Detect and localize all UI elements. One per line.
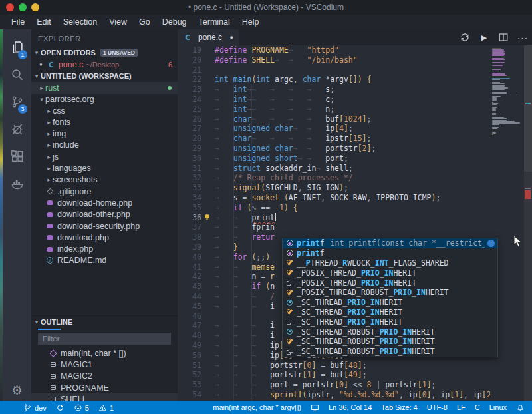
code-line-36[interactable]: 36→ → print xyxy=(178,213,532,223)
code-line-54[interactable]: 54→ → → sprintf(ipstr, "%d.%d.%d.%d", ip… xyxy=(178,390,532,400)
status-item-ln-36-col-14[interactable]: Ln 36, Col 14 xyxy=(324,403,376,411)
tree-folder-fonts[interactable]: ▸fonts xyxy=(31,116,178,128)
tree-file--gitignore[interactable]: .gitignore xyxy=(31,186,178,197)
tree-folder-js[interactable]: ▸js xyxy=(31,151,178,162)
status-item[interactable] xyxy=(511,403,529,412)
split-editor-icon[interactable] xyxy=(498,32,509,43)
outline-item-main-int-char-[interactable]: main(int, char * []) xyxy=(31,347,178,359)
menu-item-edit[interactable]: Edit xyxy=(31,16,57,28)
tree-file-readme-md[interactable]: iREADME.md xyxy=(31,255,178,266)
menu-item-terminal[interactable]: Terminal xyxy=(193,16,236,28)
activity-item-source-control[interactable]: 3 xyxy=(3,89,31,116)
tree-file-download-other-php[interactable]: download-other.php xyxy=(31,209,178,220)
code-line-31[interactable]: 31→ struct sockaddr_in→ shell; xyxy=(178,164,532,174)
code-line-34[interactable]: 34→ s = socket (AF_INET, SOCK_RAW, IPPRO… xyxy=(178,193,532,203)
status-item[interactable] xyxy=(51,403,69,412)
tree-file-download-php[interactable]: download.php xyxy=(31,232,178,243)
menu-item-help[interactable]: Help xyxy=(236,16,265,28)
outline-header[interactable]: ▾ OUTLINE xyxy=(31,316,178,328)
menu-item-file[interactable]: File xyxy=(5,16,31,28)
code-line-21[interactable]: 21 xyxy=(178,65,532,75)
workspace-header[interactable]: ▾ UNTITLED (WORKSPACE) xyxy=(31,70,178,82)
scrollbar-overview-ruler[interactable] xyxy=(524,45,532,401)
menu-item-view[interactable]: View xyxy=(103,16,133,28)
status-item-tab-size-4[interactable]: Tab Size: 4 xyxy=(376,403,422,411)
code-line-27[interactable]: 27→ unsigned char→ → ip[4]; xyxy=(178,124,532,134)
status-item-5[interactable]: 5 xyxy=(69,403,94,412)
code-line-20[interactable]: 20#define SHELL→ → "/bin/bash" xyxy=(178,55,532,65)
line-number: 44 xyxy=(178,292,215,302)
status-item[interactable] xyxy=(306,403,324,412)
open-editors-header[interactable]: ▾ OPEN EDITORS 1 UNSAVED xyxy=(31,47,178,59)
suggestion-item-7[interactable]: _SC_THREAD_PRIO_INHERIT xyxy=(283,308,497,317)
activity-item-search[interactable] xyxy=(3,62,31,89)
tree-file-index-php[interactable]: index.php xyxy=(31,243,178,254)
activity-item-docker[interactable] xyxy=(3,171,31,198)
suggestion-item-1[interactable]: printf xyxy=(283,248,497,258)
suggestion-item-3[interactable]: _POSIX_THREAD_PRIO_INHERIT xyxy=(283,268,497,278)
tree-folder-img[interactable]: ▸img xyxy=(31,128,178,139)
outline-filter-input[interactable] xyxy=(38,333,171,345)
menu-item-selection[interactable]: Selection xyxy=(57,16,103,28)
open-editor-item[interactable]: ●Cpone.c ~/Desktop6 xyxy=(31,59,178,70)
status-item-dev[interactable]: dev xyxy=(19,403,51,412)
suggestion-item-9[interactable]: _SC_THREAD_ROBUST_PRIO_INHERIT xyxy=(283,327,497,337)
code-line-22[interactable]: 22int main(int argc, char *argv[]) { xyxy=(178,75,532,85)
code-line-23[interactable]: 23→ int→→ → → → s; xyxy=(178,85,532,95)
activity-item-extensions[interactable] xyxy=(3,144,31,171)
status-item-main-int-argc-char-argv[interactable]: main(int argc, char * argv[]) xyxy=(208,403,306,411)
more-actions-icon[interactable]: ··· xyxy=(517,32,528,43)
tree-file-download-home-php[interactable]: download-home.php xyxy=(31,197,178,208)
code-line-53[interactable]: 53→ → → port = portstr[0] << 8 | portstr… xyxy=(178,380,532,390)
diagnostic-mark xyxy=(525,190,531,199)
code-line-25[interactable]: 25→ int→→ → → → n; xyxy=(178,104,532,114)
suggestion-item-6[interactable]: _SC_THREAD_PRIO_INHERIT xyxy=(283,298,497,308)
suggestion-item-10[interactable]: _SC_THREAD_ROBUST_PRIO_INHERIT xyxy=(283,337,497,347)
suggestion-item-11[interactable]: _SC_THREAD_ROBUST_PRIO_INHERIT xyxy=(283,347,497,357)
tree-folder-languages[interactable]: ▸languages xyxy=(31,162,178,174)
code-line-51[interactable]: 51→ → → portstr[0] = buf[48]; xyxy=(178,361,532,371)
tab-pone-c[interactable]: C pone.c ● xyxy=(178,29,239,45)
outline-item-shell[interactable]: SHELL xyxy=(31,393,178,401)
status-item-1[interactable]: 1 xyxy=(94,403,118,412)
manage-button[interactable]: ⚙ xyxy=(3,383,31,397)
tree-folder-screenshots[interactable]: ▸screenshots xyxy=(31,174,178,186)
code-line-30[interactable]: 30→ unsigned short→ → port; xyxy=(178,154,532,164)
tree-file-download-security-php[interactable]: download-security.php xyxy=(31,220,178,232)
run-icon[interactable]: ▶ xyxy=(479,32,489,43)
activity-item-explorer[interactable]: 1 xyxy=(3,35,31,62)
tree-folder-include[interactable]: ▸include xyxy=(31,140,178,151)
status-item-c[interactable]: C xyxy=(470,403,485,411)
code-line-33[interactable]: 33→ signal(SIGCHLD, SIG_IGN); xyxy=(178,183,532,193)
suggestion-item-0[interactable]: printfint printf(const char *__restrict_… xyxy=(283,238,497,248)
tree-folder-rust[interactable]: ▸rust xyxy=(31,82,178,93)
open-changes-icon[interactable] xyxy=(460,32,470,43)
outline-item-progname[interactable]: PROGNAME xyxy=(31,382,178,393)
code-line-32[interactable]: 32→ /* Reap child processes */ xyxy=(178,173,532,183)
code-line-19[interactable]: 19#define PROGNAME→ "httpd" xyxy=(178,45,532,55)
error-count-badge: 6 xyxy=(168,61,172,69)
suggestion-item-8[interactable]: _SC_THREAD_PRIO_INHERIT xyxy=(283,317,497,327)
code-line-52[interactable]: 52→ → → portstr[1] = buf[49]; xyxy=(178,370,532,380)
info-icon[interactable] xyxy=(487,240,495,247)
code-line-29[interactable]: 29→ unsigned char→ → portstr[2]; xyxy=(178,144,532,154)
tree-folder-parrotsec-org[interactable]: ▾parrotsec.org xyxy=(31,94,178,105)
code-line-35[interactable]: 35→ if (s == -1) { xyxy=(178,203,532,213)
code-line-24[interactable]: 24→ int→→ → → → c; xyxy=(178,95,532,104)
lightbulb-icon[interactable] xyxy=(203,213,211,222)
status-item-linux[interactable]: Linux xyxy=(485,403,511,411)
code-line-37[interactable]: 37→ → fprin xyxy=(178,222,532,232)
code-line-28[interactable]: 28→ char→ → → → ipstr[15]; xyxy=(178,134,532,144)
tree-folder-css[interactable]: ▸css xyxy=(31,105,178,116)
menu-item-debug[interactable]: Debug xyxy=(156,16,193,28)
suggestion-item-4[interactable]: _POSIX_THREAD_PRIO_INHERIT xyxy=(283,278,497,288)
outline-item-magic1[interactable]: MAGIC1 xyxy=(31,359,178,370)
status-item-utf-8[interactable]: UTF-8 xyxy=(422,403,452,411)
suggestion-item-2[interactable]: __PTHREAD_RWLOCK_INT_FLAGS_SHARED xyxy=(283,258,497,268)
activity-item-debug-disabled[interactable] xyxy=(3,116,31,144)
status-item-lf[interactable]: LF xyxy=(452,403,470,411)
code-line-26[interactable]: 26→ char→ → → → buf[1024]; xyxy=(178,114,532,124)
suggestion-item-5[interactable]: _POSIX_THREAD_ROBUST_PRIO_INHERIT xyxy=(283,288,497,298)
outline-item-magic2[interactable]: MAGIC2 xyxy=(31,371,178,382)
menu-item-go[interactable]: Go xyxy=(133,16,156,28)
